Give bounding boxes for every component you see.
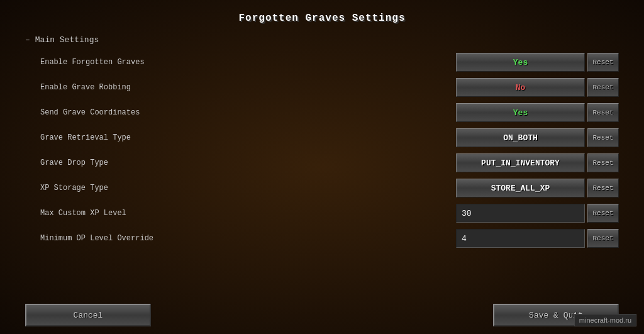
toggle-enable-forgotten-graves[interactable]: Yes [456, 53, 585, 72]
setting-label-send-grave-coordinates: Send Grave Coordinates [40, 108, 456, 117]
section-toggle[interactable]: – [25, 35, 30, 45]
reset-button-xp-storage-type[interactable]: Reset [587, 179, 619, 198]
setting-row-enable-forgotten-graves: Enable Forgotten GravesYesReset [25, 50, 619, 75]
watermark: minecraft-mod.ru [574, 314, 636, 326]
setting-label-minimum-op-level-override: Minimum OP Level Override [40, 234, 456, 243]
reset-button-grave-retrieval-type[interactable]: Reset [587, 128, 619, 147]
section-header: – Main Settings [25, 35, 619, 45]
settings-rows: Enable Forgotten GravesYesResetEnable Gr… [25, 50, 619, 251]
setting-row-minimum-op-level-override: Minimum OP Level OverrideReset [25, 226, 619, 251]
setting-controls-enable-grave-robbing: NoReset [456, 78, 619, 97]
setting-controls-xp-storage-type: STORE_ALL_XPReset [456, 179, 619, 198]
setting-controls-grave-retrieval-type: ON_BOTHReset [456, 128, 619, 147]
setting-row-grave-drop-type: Grave Drop TypePUT_IN_INVENTORYReset [25, 150, 619, 175]
setting-controls-max-custom-xp-level: Reset [456, 204, 619, 223]
toggle-grave-drop-type[interactable]: PUT_IN_INVENTORY [456, 153, 585, 172]
setting-label-grave-retrieval-type: Grave Retrieval Type [40, 133, 456, 142]
toggle-grave-retrieval-type[interactable]: ON_BOTH [456, 128, 585, 147]
setting-label-xp-storage-type: XP Storage Type [40, 184, 456, 192]
input-minimum-op-level-override[interactable] [456, 229, 585, 248]
setting-controls-enable-forgotten-graves: YesReset [456, 53, 619, 72]
setting-controls-minimum-op-level-override: Reset [456, 229, 619, 248]
setting-label-enable-forgotten-graves: Enable Forgotten Graves [40, 58, 456, 67]
reset-button-enable-grave-robbing[interactable]: Reset [587, 78, 619, 97]
setting-row-xp-storage-type: XP Storage TypeSTORE_ALL_XPReset [25, 175, 619, 201]
reset-button-minimum-op-level-override[interactable]: Reset [587, 229, 619, 248]
setting-controls-send-grave-coordinates: YesReset [456, 103, 619, 122]
reset-button-max-custom-xp-level[interactable]: Reset [587, 204, 619, 223]
section-label: Main Settings [35, 35, 99, 45]
settings-panel: – Main Settings Enable Forgotten GravesY… [25, 35, 619, 291]
toggle-xp-storage-type[interactable]: STORE_ALL_XP [456, 179, 585, 198]
reset-button-enable-forgotten-graves[interactable]: Reset [587, 53, 619, 72]
setting-controls-grave-drop-type: PUT_IN_INVENTORYReset [456, 153, 619, 172]
setting-row-max-custom-xp-level: Max Custom XP LevelReset [25, 201, 619, 226]
setting-label-max-custom-xp-level: Max Custom XP Level [40, 209, 456, 218]
setting-row-send-grave-coordinates: Send Grave CoordinatesYesReset [25, 100, 619, 125]
input-max-custom-xp-level[interactable] [456, 204, 585, 223]
toggle-enable-grave-robbing[interactable]: No [456, 78, 585, 97]
reset-button-grave-drop-type[interactable]: Reset [587, 153, 619, 172]
page-title: Forgotten Graves Settings [25, 13, 619, 24]
toggle-send-grave-coordinates[interactable]: Yes [456, 103, 585, 122]
setting-row-enable-grave-robbing: Enable Grave RobbingNoReset [25, 75, 619, 100]
setting-label-enable-grave-robbing: Enable Grave Robbing [40, 83, 456, 92]
footer: Cancel Save & Quit [25, 296, 619, 334]
setting-row-grave-retrieval-type: Grave Retrieval TypeON_BOTHReset [25, 125, 619, 150]
setting-label-grave-drop-type: Grave Drop Type [40, 159, 456, 167]
reset-button-send-grave-coordinates[interactable]: Reset [587, 103, 619, 122]
cancel-button[interactable]: Cancel [25, 304, 151, 326]
